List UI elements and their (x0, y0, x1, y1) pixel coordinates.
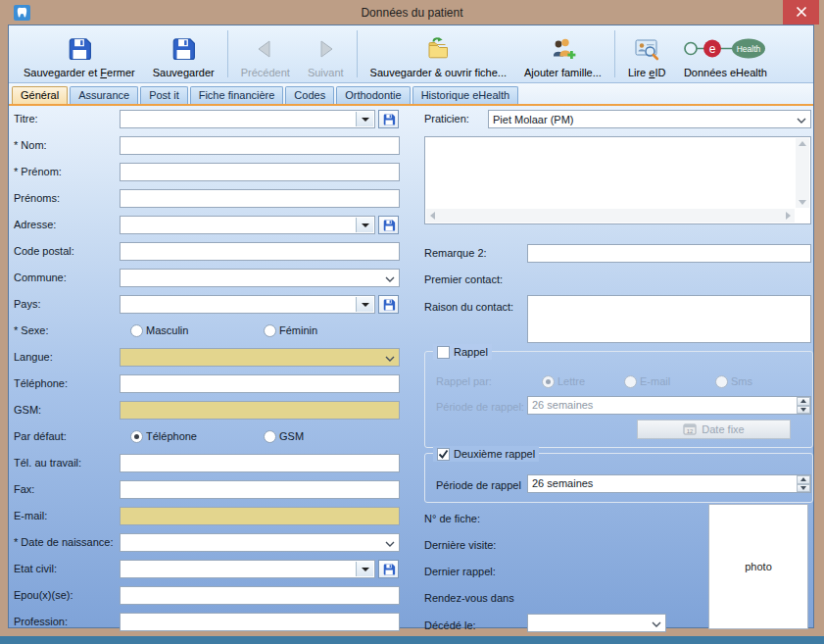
decede-le-combobox[interactable] (527, 614, 666, 632)
tab-assurance[interactable]: Assurance (70, 86, 138, 104)
sexe-feminin-radio[interactable] (264, 324, 276, 337)
sexe-masculin-radio[interactable] (130, 324, 143, 337)
scroll-right-icon[interactable] (786, 212, 791, 220)
date-naissance-label: * Date de naissance: (14, 533, 114, 552)
save-button[interactable]: Sauvegarder (144, 26, 223, 81)
fax-input[interactable] (120, 480, 400, 499)
gsm-label: GSM: (14, 401, 41, 420)
rappel-par-label: Rappel par: (436, 372, 492, 391)
spin-down-button[interactable] (797, 484, 810, 493)
pays-save-button[interactable] (378, 295, 399, 314)
epoux-input[interactable] (120, 586, 400, 605)
tab-codes[interactable]: Codes (285, 86, 334, 104)
add-family-label: Ajouter famille... (524, 67, 602, 78)
scroll-up-icon[interactable] (799, 141, 806, 146)
prenoms-input[interactable] (120, 189, 400, 208)
par-defaut-gsm-label: GSM (279, 427, 304, 446)
read-eid-button[interactable]: Lire eID (619, 26, 675, 81)
decede-le-label: Décédé le: (424, 617, 476, 635)
spin-up-button[interactable] (797, 475, 810, 484)
titre-combobox[interactable] (120, 110, 375, 128)
scroll-down-icon[interactable] (799, 200, 806, 205)
prenom-label: * Prénom: (14, 163, 62, 181)
nom-input[interactable] (120, 136, 400, 155)
date-fixe-button[interactable]: 12 Date fixe (637, 420, 791, 439)
vertical-scrollbar[interactable] (796, 138, 809, 208)
deuxieme-rappel-checkbox[interactable] (437, 448, 450, 461)
remarque2-input[interactable] (527, 244, 811, 263)
tab-historique-ehealth[interactable]: Historique eHealth (412, 86, 519, 104)
langue-combobox[interactable] (120, 348, 400, 367)
rappel-lettre-radio[interactable] (542, 375, 555, 388)
gsm-input[interactable] (120, 401, 400, 420)
previous-button[interactable]: Précédent (232, 26, 299, 81)
deuxieme-periode-spinner[interactable]: 26 semaines (527, 474, 811, 493)
dropdown-arrow-icon[interactable] (356, 112, 373, 126)
profession-input[interactable] (120, 613, 400, 631)
tab-fiche-financiere[interactable]: Fiche financière (190, 86, 284, 104)
praticien-combobox[interactable]: Piet Molaar (PM) (488, 110, 811, 128)
tabstrip: Général Assurance Post it Fiche financiè… (9, 83, 813, 106)
save-and-close-button[interactable]: Sauvegarder et Fermer (15, 26, 144, 81)
num-fiche-label: N° de fiche: (424, 510, 480, 528)
dropdown-arrow-icon[interactable] (356, 218, 373, 232)
patient-data-window: Données du patient Sauvegarder et Fermer… (0, 0, 824, 644)
remarque-textarea[interactable] (424, 136, 811, 224)
remarque2-label: Remarque 2: (424, 244, 487, 263)
tel-travail-input[interactable] (120, 454, 400, 472)
chevron-down-icon (652, 618, 661, 629)
dropdown-arrow-icon[interactable] (356, 562, 373, 576)
etat-civil-save-button[interactable] (378, 560, 399, 578)
rappel-title: Rappel (454, 346, 488, 358)
horizontal-scrollbar[interactable] (426, 209, 795, 223)
rappel-sms-radio[interactable] (715, 375, 728, 388)
rappel-checkbox[interactable] (437, 346, 450, 359)
deuxieme-periode-label: Période de rappel (436, 476, 521, 495)
fax-label: Fax: (14, 480, 34, 499)
scroll-left-icon[interactable] (430, 212, 435, 220)
premier-contact-label: Premier contact: (424, 271, 503, 289)
close-button[interactable] (783, 0, 819, 25)
titre-save-button[interactable] (378, 110, 399, 128)
spin-down-button[interactable] (797, 406, 810, 415)
commune-combobox[interactable] (120, 269, 400, 287)
prenom-input[interactable] (120, 163, 400, 181)
email-input[interactable] (120, 507, 400, 525)
par-defaut-label: Par défaut: (14, 427, 67, 446)
raison-contact-textarea[interactable] (527, 295, 811, 343)
tab-post-it[interactable]: Post it (140, 86, 188, 104)
par-defaut-telephone-radio[interactable] (130, 430, 143, 443)
date-naissance-combobox[interactable] (120, 533, 400, 552)
rappel-periode-label: Période de rappel: (436, 398, 524, 417)
tab-general[interactable]: Général (12, 86, 68, 104)
langue-label: Langue: (14, 348, 53, 367)
svg-text:Health: Health (737, 44, 761, 54)
save-label: Sauvegarder (153, 67, 215, 78)
adresse-combobox[interactable] (120, 216, 375, 234)
spin-up-button[interactable] (797, 397, 810, 406)
dropdown-arrow-icon[interactable] (356, 297, 373, 312)
tab-orthodontie[interactable]: Orthodontie (336, 86, 410, 104)
rendez-vous-label: Rendez-vous dans (424, 589, 514, 608)
toolbar-separator (227, 30, 228, 77)
prenoms-label: Prénoms: (14, 189, 60, 208)
etat-civil-combobox[interactable] (120, 560, 375, 578)
praticien-label: Praticien: (424, 110, 469, 128)
par-defaut-gsm-radio[interactable] (264, 430, 276, 443)
read-eid-label: Lire eID (628, 67, 666, 78)
svg-text:12: 12 (687, 427, 694, 433)
pays-combobox[interactable] (120, 295, 375, 314)
desktop-strip (0, 636, 824, 644)
nom-label: * Nom: (14, 136, 47, 155)
patient-photo-placeholder[interactable]: photo (708, 504, 808, 629)
ehealth-data-button[interactable]: e Health Données eHealth (674, 26, 776, 81)
spinner-buttons (797, 397, 810, 414)
telephone-input[interactable] (120, 374, 400, 393)
rappel-email-radio[interactable] (624, 375, 637, 388)
next-button[interactable]: Suivant (299, 26, 353, 81)
save-open-record-button[interactable]: Sauvegarder & ouvrir fiche... (362, 26, 515, 81)
rappel-periode-spinner[interactable]: 26 semaines (527, 396, 811, 415)
add-family-button[interactable]: Ajouter famille... (515, 26, 610, 81)
code-postal-input[interactable] (120, 242, 400, 261)
adresse-save-button[interactable] (378, 216, 399, 234)
